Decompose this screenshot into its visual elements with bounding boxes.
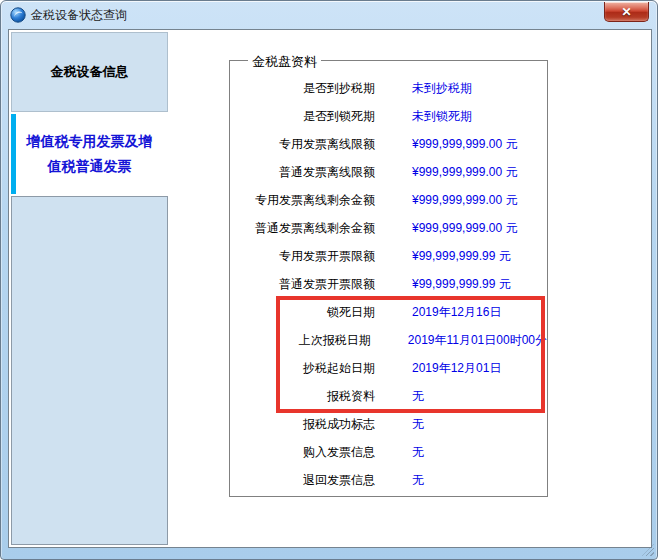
field-value: 未到锁死期 [412,108,472,125]
status-row: 普通发票离线限额¥999,999,999.00 元 [230,158,547,186]
field-label: 上次报税日期 [230,332,371,349]
field-value: 无 [412,444,424,461]
field-label: 专用发票开票限额 [230,248,375,265]
field-value: 无 [412,388,424,405]
status-rows: 是否到抄税期未到抄税期是否到锁死期未到锁死期专用发票离线限额¥999,999,9… [230,61,547,494]
status-row: 普通发票离线剩余金额¥999,999,999.00 元 [230,214,547,242]
status-row: 上次报税日期2019年11月01日00时00分 [230,326,547,354]
field-value: 无 [412,472,424,489]
status-row: 是否到抄税期未到抄税期 [230,74,547,102]
status-row: 是否到锁死期未到锁死期 [230,102,547,130]
field-label: 报税资料 [230,388,375,405]
field-label: 普通发票开票限额 [230,276,375,293]
field-label: 是否到抄税期 [230,80,375,97]
dialog-window: 金税设备状态查询 ✕ 金税设备信息 增值税专用发票及增值税普通发票 金税盘资料 … [0,0,658,560]
field-value: 2019年11月01日00时00分 [408,332,547,349]
groupbox-title: 金税盘资料 [248,53,321,71]
titlebar[interactable]: 金税设备状态查询 ✕ [1,1,657,29]
status-row: 报税资料无 [230,382,547,410]
field-value: ¥999,999,999.00 元 [412,220,517,237]
status-row: 抄税起始日期2019年12月01日 [230,354,547,382]
status-row: 专用发票离线剩余金额¥999,999,999.00 元 [230,186,547,214]
status-row: 专用发票开票限额¥99,999,999.99 元 [230,242,547,270]
window-title: 金税设备状态查询 [31,7,127,24]
field-value: ¥999,999,999.00 元 [412,164,517,181]
field-value: ¥999,999,999.00 元 [412,192,517,209]
status-row: 锁死日期2019年12月16日 [230,298,547,326]
field-label: 是否到锁死期 [230,108,375,125]
sidebar-empty-panel [11,196,168,545]
field-value: ¥99,999,999.99 元 [412,276,511,293]
tax-disk-groupbox: 金税盘资料 是否到抄税期未到抄税期是否到锁死期未到锁死期专用发票离线限额¥999… [229,60,548,497]
close-button[interactable]: ✕ [604,2,649,22]
field-label: 购入发票信息 [230,444,375,461]
field-label: 专用发票离线限额 [230,136,375,153]
field-label: 报税成功标志 [230,416,375,433]
field-label: 锁死日期 [230,304,375,321]
field-label: 抄税起始日期 [230,360,375,377]
status-row: 购入发票信息无 [230,438,547,466]
field-label: 专用发票离线剩余金额 [230,192,375,209]
field-value: 未到抄税期 [412,80,472,97]
field-label: 普通发票离线剩余金额 [230,220,375,237]
field-value: 2019年12月01日 [412,360,501,377]
field-value: 2019年12月16日 [412,304,501,321]
app-icon [10,7,26,23]
status-row: 报税成功标志无 [230,410,547,438]
close-icon: ✕ [621,6,631,18]
field-value: ¥999,999,999.00 元 [412,136,517,153]
sidebar-tab-device-info[interactable]: 金税设备信息 [11,32,168,112]
sidebar: 金税设备信息 增值税专用发票及增值税普通发票 [11,32,168,545]
field-value: ¥99,999,999.99 元 [412,248,511,265]
dialog-content: 金税设备信息 增值税专用发票及增值税普通发票 金税盘资料 是否到抄税期未到抄税期… [8,29,652,548]
sidebar-tab-label: 增值税专用发票及增值税普通发票 [11,129,168,179]
status-row: 专用发票离线限额¥999,999,999.00 元 [230,130,547,158]
field-label: 普通发票离线限额 [230,164,375,181]
sidebar-tab-vat-invoices[interactable]: 增值税专用发票及增值税普通发票 [11,112,168,196]
selected-tab-indicator [11,114,16,194]
status-row: 退回发票信息无 [230,466,547,494]
field-label: 退回发票信息 [230,472,375,489]
field-value: 无 [412,416,424,433]
status-row: 普通发票开票限额¥99,999,999.99 元 [230,270,547,298]
